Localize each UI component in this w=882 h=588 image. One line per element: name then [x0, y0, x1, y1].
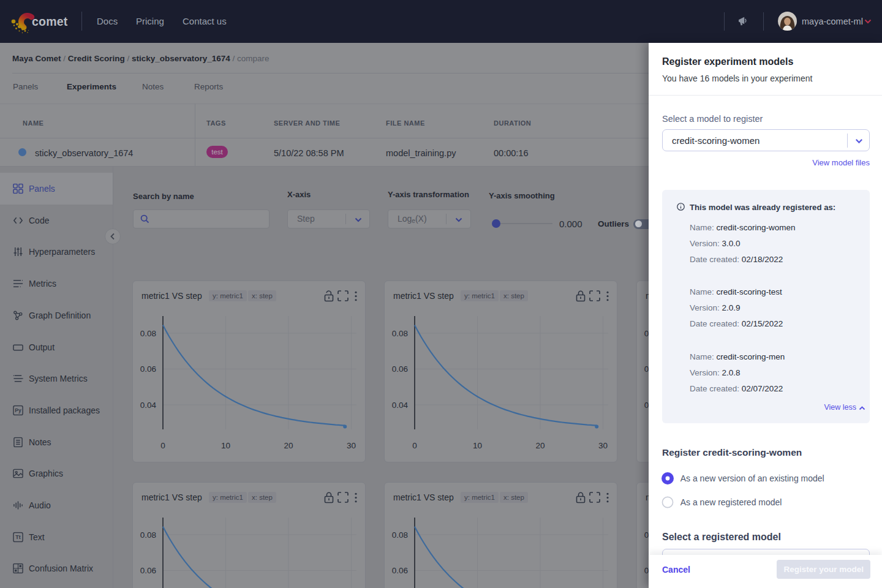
svg-text:30: 30: [347, 441, 356, 450]
svg-text:0.04: 0.04: [392, 401, 409, 410]
svg-text:20: 20: [535, 441, 545, 450]
svg-text:30: 30: [598, 441, 608, 450]
svg-text:10: 10: [473, 441, 482, 450]
svg-text:20: 20: [284, 441, 293, 450]
svg-text:0.06: 0.06: [392, 566, 408, 575]
svg-text:Tt: Tt: [15, 534, 20, 540]
svg-text:Py: Py: [15, 407, 21, 413]
svg-text:0.08: 0.08: [392, 530, 408, 540]
svg-text:0.08: 0.08: [140, 329, 156, 338]
svg-text:0.06: 0.06: [140, 364, 156, 374]
svg-text:0.08: 0.08: [140, 530, 156, 540]
svg-text:0.08: 0.08: [392, 329, 408, 338]
svg-text:0.06: 0.06: [140, 566, 156, 575]
svg-text:0.06: 0.06: [392, 364, 408, 374]
svg-text:0: 0: [412, 441, 417, 450]
svg-text:0: 0: [160, 441, 165, 450]
svg-text:10: 10: [221, 441, 230, 450]
svg-text:0.04: 0.04: [140, 401, 157, 410]
